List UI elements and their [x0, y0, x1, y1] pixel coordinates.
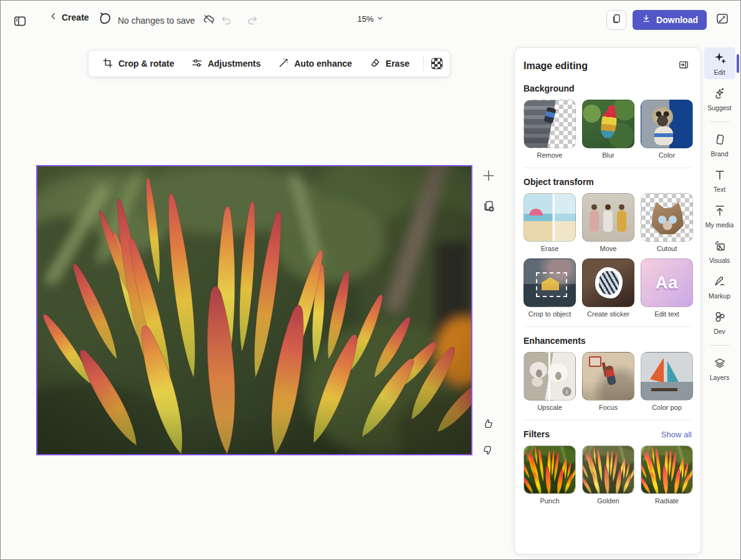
card-upscale[interactable]: Upscale: [523, 352, 576, 411]
rail-item-my-media[interactable]: My media: [704, 200, 735, 232]
upscale-thumbnail: [523, 352, 576, 401]
blur-background-thumbnail: [582, 100, 634, 148]
card-edit-text[interactable]: Aa Edit text: [641, 259, 693, 318]
workspace-tools-button[interactable]: [713, 9, 732, 30]
brand-icon: [713, 133, 727, 148]
image-editing-panel: Image editing Background Remove Blur Col…: [514, 47, 701, 554]
crop-rotate-button[interactable]: Crop & rotate: [93, 52, 183, 75]
card-crop-to-object[interactable]: Crop to object: [523, 259, 576, 318]
edit-toolbar: Crop & rotate Adjustments Auto enhance E…: [88, 50, 451, 77]
card-object-cutout[interactable]: Cutout: [641, 193, 693, 252]
thumbs-down-button[interactable]: [479, 441, 497, 460]
section-divider: [523, 420, 692, 420]
suggest-icon: [713, 87, 727, 102]
focus-thumbnail: [582, 352, 634, 401]
cloud-off-icon: [203, 13, 215, 27]
copy-plus-icon: [482, 199, 495, 215]
adjustments-label: Adjustments: [208, 59, 261, 69]
color-background-thumbnail: [641, 100, 693, 148]
thumbs-up-button[interactable]: [479, 415, 497, 435]
designer-logo-icon: [98, 12, 113, 29]
card-background-remove[interactable]: Remove: [523, 100, 576, 159]
copy-icon: [611, 13, 622, 26]
panel-title: Image editing: [523, 60, 588, 72]
object-erase-thumbnail: [523, 193, 576, 242]
text-icon: [713, 168, 727, 184]
rail-item-layers[interactable]: Layers: [704, 353, 735, 384]
card-background-color[interactable]: Color: [641, 100, 693, 159]
chevron-left-icon: [49, 12, 58, 23]
card-focus[interactable]: Focus: [582, 352, 634, 411]
rail-item-visuals[interactable]: Visuals: [704, 235, 735, 267]
top-bar: Create No changes to save: [1, 1, 740, 39]
background-grid: Remove Blur Color: [523, 100, 692, 159]
info-icon[interactable]: [562, 386, 572, 397]
filter-radiate-thumbnail: [641, 445, 693, 494]
sidebar-toggle-button[interactable]: [11, 12, 29, 32]
back-to-create[interactable]: Create: [49, 12, 89, 23]
zoom-value: 15%: [357, 14, 373, 24]
redo-button[interactable]: [244, 12, 261, 31]
section-title-filters: Filters: [523, 429, 550, 439]
filter-golden-thumbnail: [582, 445, 634, 494]
sliders-icon: [191, 57, 203, 70]
add-element-button[interactable]: [479, 166, 498, 187]
download-button[interactable]: Download: [633, 10, 707, 30]
upload-icon: [713, 204, 727, 219]
zoom-control[interactable]: 15%: [353, 12, 387, 26]
redo-icon: [246, 14, 259, 29]
autosave-off-button[interactable]: [200, 11, 218, 30]
rail-divider: [710, 345, 730, 346]
section-divider: [523, 168, 692, 168]
duplicate-page-button[interactable]: [606, 10, 626, 30]
erase-button[interactable]: Erase: [361, 52, 418, 75]
rail-item-markup[interactable]: Markup: [704, 271, 735, 303]
undo-button[interactable]: [218, 12, 235, 31]
magic-wand-icon: [278, 57, 289, 70]
card-filter-radiate[interactable]: Radiate: [641, 445, 693, 505]
rail-item-text[interactable]: Text: [704, 164, 735, 196]
canvas-feedback: [479, 415, 497, 460]
section-title-background: Background: [523, 83, 692, 93]
layers-icon: [713, 356, 727, 372]
object-transform-grid: Erase Move Cutout Crop to object Create …: [523, 193, 692, 318]
back-label: Create: [62, 12, 89, 22]
canvas-side-tools: [479, 166, 498, 217]
card-create-sticker[interactable]: Create sticker: [582, 259, 634, 318]
dev-icon: [713, 310, 727, 326]
rail-item-suggest[interactable]: Suggest: [704, 83, 735, 115]
thumb-up-icon: [482, 418, 494, 432]
auto-enhance-label: Auto enhance: [294, 59, 352, 69]
eraser-icon: [370, 57, 381, 70]
canvas-image[interactable]: [36, 165, 472, 455]
toolbar-divider: [423, 56, 424, 71]
rail-divider: [710, 121, 730, 122]
transparency-checkerboard-button[interactable]: [431, 58, 442, 69]
adjustments-button[interactable]: Adjustments: [183, 52, 269, 75]
rail-item-brand[interactable]: Brand: [704, 129, 735, 161]
pen-icon: [713, 275, 727, 290]
collapse-panel-button[interactable]: [676, 57, 692, 75]
auto-enhance-button[interactable]: Auto enhance: [269, 52, 361, 75]
edit-sparkle-icon: [713, 51, 727, 67]
filter-punch-thumbnail: [523, 445, 576, 494]
download-icon: [641, 14, 651, 26]
card-filter-golden[interactable]: Golden: [582, 445, 634, 505]
section-title-enhancements: Enhancements: [523, 336, 692, 346]
rail-item-dev[interactable]: Dev: [704, 306, 735, 338]
card-object-erase[interactable]: Erase: [523, 193, 576, 252]
succulent-photo: [37, 166, 471, 454]
card-color-pop[interactable]: Color pop: [641, 352, 693, 411]
autosave-status-text: No changes to save: [118, 16, 195, 26]
remove-background-thumbnail: [523, 100, 576, 148]
designer-app-window: Create No changes to save: [0, 0, 741, 560]
rail-item-edit[interactable]: Edit: [704, 47, 735, 79]
card-object-move[interactable]: Move: [582, 193, 634, 252]
sidebar-toggle-icon: [13, 14, 27, 30]
right-rail: Edit Suggest Brand Text My media: [702, 47, 740, 384]
crop-to-object-thumbnail: [523, 259, 576, 307]
card-background-blur[interactable]: Blur: [582, 100, 634, 159]
show-all-filters-link[interactable]: Show all: [661, 430, 692, 439]
duplicate-canvas-button[interactable]: [479, 197, 498, 217]
card-filter-punch[interactable]: Punch: [523, 445, 576, 505]
